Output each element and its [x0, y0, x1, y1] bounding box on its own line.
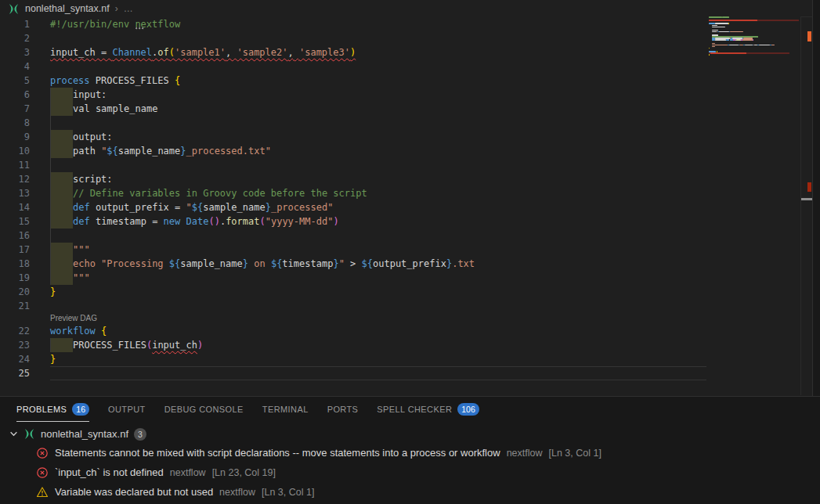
code-editor[interactable]: 1#!/usr/bin/env nextflow23input_ch = Cha… [0, 17, 800, 396]
code-line-25[interactable]: 25 [0, 366, 800, 380]
code-token: ) [350, 47, 356, 58]
panel-tab-ports[interactable]: PORTS [327, 397, 359, 422]
indent-highlight [50, 88, 73, 102]
problem-row[interactable]: `input_ch` is not definednextflow[Ln 23,… [0, 463, 820, 482]
code-token: { [101, 326, 107, 337]
code-token: input: [73, 89, 107, 100]
panel-tab-spell-checker[interactable]: SPELL CHECKER106 [377, 397, 479, 422]
minimap-bar [710, 52, 746, 54]
code-line-4[interactable]: 4 [0, 59, 800, 74]
problems-file-name: nonlethal_syntax.nf [41, 428, 128, 440]
code-token: } [180, 146, 186, 157]
minimap-bar [712, 27, 725, 28]
problems-file-group[interactable]: nonlethal_syntax.nf 3 [0, 425, 820, 443]
minimap-bar [712, 25, 717, 27]
code-line-6[interactable]: 6input: [0, 88, 800, 102]
code-token: "yyyy-MM-dd" [266, 216, 334, 227]
line-number: 8 [0, 116, 30, 130]
code-line-22[interactable]: 22workflow { [0, 324, 800, 338]
code-token: " [186, 202, 192, 213]
indent-highlight [50, 257, 73, 271]
code-token: " [339, 258, 345, 269]
problem-location: [Ln 23, Col 19] [212, 467, 276, 478]
code-line-8[interactable]: 8 [0, 116, 800, 130]
codelens-preview-dag[interactable]: Preview DAG [0, 313, 800, 324]
line-content: def output_prefix = "${sample_name}_proc… [50, 200, 333, 214]
panel-tab-terminal[interactable]: TERMINAL [262, 397, 309, 422]
panel-tab-badge: 16 [72, 403, 89, 416]
code-token: Date [186, 216, 209, 227]
code-token: script: [73, 174, 113, 185]
code-token: #!/usr/bin/env [50, 19, 135, 30]
code-token: 'sample3' [299, 47, 350, 58]
indent-highlight [50, 338, 73, 352]
chevron-down-icon[interactable] [9, 430, 18, 438]
minimap-bar [728, 23, 729, 24]
panel-tab-problems[interactable]: PROBLEMS16 [16, 397, 89, 422]
code-token: ${ [271, 258, 282, 269]
code-line-20[interactable]: 20} [0, 285, 800, 299]
editor-pane[interactable]: nonlethal_syntax.nf › … 1#!/usr/bin/env … [0, 0, 813, 396]
error-icon [36, 466, 49, 479]
code-token: echo "Processing [73, 258, 169, 269]
panel-tab-label: OUTPUT [108, 405, 146, 414]
vertical-scrollbar[interactable] [800, 16, 812, 395]
code-line-15[interactable]: 15def timestamp = new Date().format("yyy… [0, 214, 800, 229]
code-line-9[interactable]: 9output: [0, 130, 800, 144]
code-line-5[interactable]: 5process PROCESS_FILES { [0, 74, 800, 88]
code-line-11[interactable]: 11 [0, 158, 800, 172]
minimap[interactable] [709, 16, 800, 87]
code-line-17[interactable]: 17""" [0, 243, 800, 257]
code-line-21[interactable]: 21 [0, 299, 800, 313]
indent-highlight [50, 214, 73, 229]
warning-icon [36, 486, 49, 499]
code-token: } [50, 354, 56, 365]
code-line-1[interactable]: 1#!/usr/bin/env nextflow [0, 17, 800, 31]
breadcrumb-more[interactable]: … [124, 3, 133, 14]
code-token: output: [73, 131, 113, 142]
minimap-bar [709, 16, 722, 18]
indent-highlight [50, 102, 73, 116]
line-content: } [50, 285, 56, 299]
code-line-13[interactable]: 13// Define variables in Groovy code bef… [0, 186, 800, 200]
problem-row[interactable]: Variable was declared but not usednextfl… [0, 482, 820, 502]
line-number: 2 [0, 31, 30, 45]
panel-tab-label: DEBUG CONSOLE [164, 405, 244, 414]
code-token: nextflow [135, 19, 180, 30]
code-line-12[interactable]: 12script: [0, 172, 800, 186]
problem-row[interactable]: Statements cannot be mixed with script d… [0, 443, 820, 463]
line-content: """ [50, 243, 90, 257]
line-number: 24 [0, 352, 30, 366]
indent-highlight [50, 271, 73, 285]
code-line-10[interactable]: 10path "${sample_name}_processed.txt" [0, 144, 800, 158]
line-number: 11 [0, 158, 30, 172]
code-line-23[interactable]: 23PROCESS_FILES(input_ch) [0, 338, 800, 352]
code-line-16[interactable]: 16 [0, 229, 800, 243]
code-token: } [266, 202, 271, 213]
line-number: 13 [0, 186, 30, 200]
minimap-bar [730, 31, 743, 33]
panel-tab-label: PROBLEMS [16, 405, 67, 414]
minimap-bar [726, 39, 728, 41]
panel-tab-output[interactable]: OUTPUT [108, 397, 146, 422]
code-token: ${ [169, 258, 180, 269]
code-line-18[interactable]: 18echo "Processing ${sample_name} on ${t… [0, 257, 800, 271]
minimap-bar [715, 23, 728, 24]
code-line-19[interactable]: 19""" [0, 271, 800, 285]
line-number: 12 [0, 172, 30, 186]
minimap-bar [736, 39, 742, 41]
code-token: of [157, 47, 168, 58]
problem-message: `input_ch` is not defined [55, 466, 164, 478]
panel-tab-debug-console[interactable]: DEBUG CONSOLE [164, 397, 244, 422]
code-line-3[interactable]: 3input_ch = Channel.of('sample1', 'sampl… [0, 45, 800, 59]
code-line-7[interactable]: 7val sample_name [0, 102, 800, 116]
code-token: ) [333, 216, 338, 227]
code-token: sample_name [118, 146, 180, 157]
minimap-bar [715, 39, 727, 41]
breadcrumb-filename[interactable]: nonlethal_syntax.nf [25, 3, 110, 14]
line-number: 5 [0, 74, 30, 88]
code-line-14[interactable]: 14def output_prefix = "${sample_name}_pr… [0, 200, 800, 214]
nextflow-file-icon [8, 3, 20, 15]
code-line-2[interactable]: 2 [0, 31, 800, 45]
code-line-24[interactable]: 24} [0, 352, 800, 366]
